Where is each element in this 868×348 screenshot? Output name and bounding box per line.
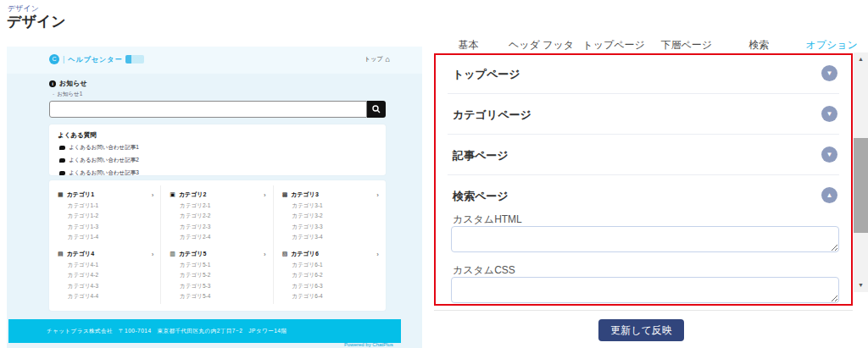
- custom-css-textarea[interactable]: [451, 277, 839, 303]
- design-settings-page: デザイン デザイン C | ヘルプセンター トップ ⌂ i お知らせ -お知らせ…: [0, 0, 868, 348]
- chevron-down-icon[interactable]: ▼: [821, 106, 837, 122]
- category-item-link[interactable]: カテゴリ4-3: [58, 279, 153, 290]
- settings-tab-bar: 基本 ヘッダ フッタ トップページ 下層ページ 検索 オプション: [432, 38, 868, 53]
- page-title: デザイン: [7, 12, 66, 31]
- category-item-link[interactable]: カテゴリ2-1: [170, 199, 265, 210]
- category-item-link[interactable]: カテゴリ4-2: [58, 269, 153, 280]
- category-item-link[interactable]: カテゴリ6-3: [282, 279, 379, 290]
- categories-card: ▦ カテゴリ1 › カテゴリ1-1 カテゴリ1-2 カテゴリ1-3 カテゴリ1-…: [49, 180, 386, 311]
- tab-search[interactable]: 検索: [723, 38, 796, 53]
- faq-title: よくある質問: [49, 124, 386, 141]
- update-apply-button[interactable]: 更新して反映: [598, 319, 684, 341]
- category-item-link[interactable]: カテゴリ6-2: [282, 269, 379, 280]
- category-icon: ▣: [170, 191, 175, 198]
- category-icon: ▥: [170, 251, 175, 257]
- site-name: ヘルプセンター: [68, 55, 122, 64]
- tab-top-page[interactable]: トップページ: [577, 38, 650, 53]
- category-header[interactable]: ▥ カテゴリ5 ›: [170, 250, 265, 258]
- custom-html-textarea[interactable]: [451, 226, 839, 252]
- category-item-link[interactable]: カテゴリ3-4: [282, 231, 379, 242]
- options-content-highlighted: トップページ ▼ カテゴリページ ▼ 記事ページ ▼ 検索ページ ▲ カスタムH…: [434, 53, 853, 306]
- chevron-down-icon[interactable]: ▼: [821, 146, 837, 163]
- accordion-category-page[interactable]: カテゴリページ ▼: [436, 96, 851, 135]
- category-item-link[interactable]: カテゴリ4-4: [58, 290, 153, 301]
- preview-logo[interactable]: C | ヘルプセンター: [49, 54, 144, 64]
- custom-html-label: カスタムHTML: [453, 213, 522, 227]
- category-item-link[interactable]: カテゴリ1-1: [58, 199, 153, 210]
- category-header[interactable]: ▩ カテゴリ3 ›: [282, 191, 379, 199]
- category-item-link[interactable]: カテゴリ3-2: [282, 210, 379, 221]
- divider: [448, 174, 839, 175]
- notice-section-header: i お知らせ: [49, 79, 87, 88]
- category-item-link[interactable]: カテゴリ2-4: [170, 231, 265, 242]
- divider: [448, 93, 839, 94]
- category-icon: ▤: [58, 251, 64, 257]
- search-icon: [372, 105, 381, 113]
- faq-item-label: よくあるお問い合わせ記事2: [69, 157, 139, 164]
- category-item-link[interactable]: カテゴリ5-3: [170, 279, 265, 290]
- search-input[interactable]: [49, 101, 367, 118]
- category-item-link[interactable]: カテゴリ3-3: [282, 220, 379, 231]
- category-item-link[interactable]: カテゴリ1-3: [58, 220, 153, 231]
- scroll-down-icon[interactable]: ▼: [854, 279, 868, 292]
- faq-item[interactable]: よくあるお問い合わせ記事2: [49, 154, 386, 167]
- notice-item-label: お知らせ1: [57, 91, 82, 97]
- category-item-link[interactable]: カテゴリ2-2: [170, 210, 265, 221]
- top-link-label: トップ: [364, 55, 383, 64]
- tab-lower-page[interactable]: 下層ページ: [650, 38, 723, 53]
- category-block-3: ▩ カテゴリ3 › カテゴリ3-1 カテゴリ3-2 カテゴリ3-3 カテゴリ3-…: [274, 185, 386, 245]
- options-scrollbar[interactable]: ▲ ▼: [854, 52, 868, 292]
- category-name: カテゴリ4: [67, 250, 95, 258]
- chevron-right-icon: ›: [264, 191, 266, 199]
- category-item-link[interactable]: カテゴリ5-4: [170, 290, 265, 301]
- search-button[interactable]: [367, 101, 386, 118]
- category-item-link[interactable]: カテゴリ6-1: [282, 258, 379, 269]
- chevron-up-icon[interactable]: ▲: [821, 187, 837, 203]
- category-item-link[interactable]: カテゴリ6-4: [282, 290, 379, 301]
- scrollbar-thumb[interactable]: [854, 138, 868, 233]
- category-item-link[interactable]: カテゴリ5-1: [170, 258, 265, 269]
- faq-item[interactable]: よくあるお問い合わせ記事1: [49, 141, 386, 154]
- info-icon: i: [49, 80, 56, 87]
- category-block-2: ▣ カテゴリ2 › カテゴリ2-1 カテゴリ2-2 カテゴリ2-3 カテゴリ2-…: [161, 185, 273, 245]
- preview-top-link[interactable]: トップ ⌂: [364, 55, 390, 64]
- category-header[interactable]: ▣ カテゴリ2 ›: [170, 191, 265, 199]
- accordion-label: 検索ページ: [453, 189, 509, 204]
- chevron-right-icon: ›: [152, 191, 154, 199]
- powered-by-text: Powered by ChatPlus: [344, 342, 393, 347]
- category-item-link[interactable]: カテゴリ4-1: [58, 258, 153, 269]
- accordion-article-page[interactable]: 記事ページ ▼: [436, 136, 851, 175]
- category-item-link[interactable]: カテゴリ5-2: [170, 269, 265, 280]
- chevron-right-icon: ›: [376, 251, 379, 258]
- accordion-label: カテゴリページ: [453, 108, 531, 123]
- chevron-right-icon: ›: [264, 251, 266, 258]
- accordion-top-page[interactable]: トップページ ▼: [436, 55, 851, 94]
- preview-search-bar: [49, 101, 386, 118]
- category-item-link[interactable]: カテゴリ1-2: [58, 210, 153, 221]
- chevron-right-icon: ›: [376, 191, 379, 199]
- category-block-6: ▧ カテゴリ6 › カテゴリ6-1 カテゴリ6-2 カテゴリ6-3 カテゴリ6-…: [274, 245, 386, 304]
- company-address: チャットプラス株式会社 〒100-7014 東京都千代田区丸の内2丁目7−2 J…: [47, 328, 287, 335]
- tab-header-footer[interactable]: ヘッダ フッタ: [505, 38, 578, 53]
- category-header[interactable]: ▦ カテゴリ1 ›: [58, 191, 153, 199]
- category-block-1: ▦ カテゴリ1 › カテゴリ1-1 カテゴリ1-2 カテゴリ1-3 カテゴリ1-…: [49, 185, 161, 245]
- chevron-down-icon[interactable]: ▼: [821, 65, 837, 81]
- notice-title: お知らせ: [59, 79, 87, 88]
- category-item-link[interactable]: カテゴリ2-3: [170, 220, 265, 231]
- notice-item[interactable]: -お知らせ1: [53, 91, 82, 98]
- accordion-label: 記事ページ: [453, 148, 509, 163]
- tab-basic[interactable]: 基本: [432, 38, 505, 53]
- custom-css-label: カスタムCSS: [453, 263, 515, 278]
- category-header[interactable]: ▤ カテゴリ4 ›: [58, 250, 153, 258]
- category-item-link[interactable]: カテゴリ1-4: [58, 231, 153, 242]
- divider: [448, 134, 839, 135]
- accordion-search-page[interactable]: 検索ページ ▲: [436, 177, 851, 216]
- category-name: カテゴリ1: [67, 191, 95, 199]
- tab-options[interactable]: オプション: [795, 38, 868, 53]
- scroll-up-icon[interactable]: ▲: [854, 52, 868, 66]
- faq-item[interactable]: よくあるお問い合わせ記事3: [49, 167, 386, 180]
- category-item-link[interactable]: カテゴリ3-1: [282, 199, 379, 210]
- category-header[interactable]: ▧ カテゴリ6 ›: [282, 250, 379, 258]
- category-block-5: ▥ カテゴリ5 › カテゴリ5-1 カテゴリ5-2 カテゴリ5-3 カテゴリ5-…: [161, 245, 273, 304]
- divider: [434, 310, 853, 311]
